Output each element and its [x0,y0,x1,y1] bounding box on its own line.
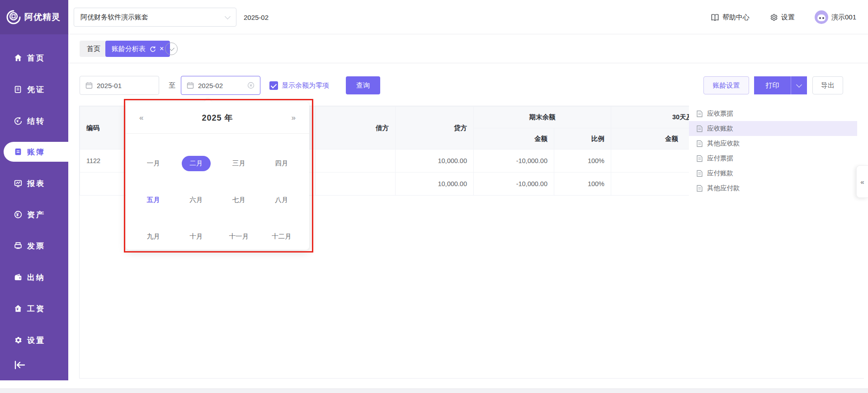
month-option[interactable]: 三月 [224,156,253,171]
cell-end-amount: -10,000.00 [474,173,554,196]
next-year-button[interactable]: » [292,113,296,122]
col-header-end-balance: 期末余额 [474,107,611,128]
date-from-input[interactable]: 2025-01 [80,76,159,95]
user-name: 演示001 [831,13,856,22]
month-option-selected[interactable]: 二月 [182,156,211,171]
filter-bar: 2025-01 至 2025-02 显示余额为零项 查询 账龄设置 打印 导出 [68,63,868,95]
list-item-other-receivables[interactable]: 其他应收款 [689,136,857,151]
print-button[interactable]: 打印 [754,76,791,94]
sidebar-item-label: 工资 [27,304,45,314]
sidebar-item-label: 首页 [27,53,45,63]
clear-icon[interactable] [247,82,255,89]
list-item-payable-notes[interactable]: 应付票据 [689,151,857,166]
tab-home[interactable]: 首页 [80,41,108,57]
month-option[interactable]: 六月 [182,192,211,208]
month-option[interactable]: 七月 [224,192,253,208]
sidebar-item-label: 出纳 [27,272,45,283]
sidebar-item-settings[interactable]: 设置 [0,330,68,350]
list-item-payable-accounts[interactable]: 应付账款 [689,166,857,181]
sidebar-item-voucher[interactable]: 凭证 [0,80,68,99]
aging-settings-button[interactable]: 账龄设置 [703,76,749,94]
chevron-down-icon [169,45,175,51]
date-to-input[interactable]: 2025-02 [181,76,260,95]
help-center-button[interactable]: 帮助中心 [711,13,750,22]
cell-aging-amount [611,173,689,196]
cell-credit: 10,000.00 [396,173,474,196]
print-dropdown-button[interactable] [791,76,807,94]
voucher-icon [14,85,23,94]
tab-aging-analysis[interactable]: 账龄分析表 × [105,41,170,57]
list-item-other-payables[interactable]: 其他应付款 [689,181,857,196]
sidebar-item-ledger[interactable]: 账簿 [4,142,68,162]
gear-icon [14,336,23,345]
cell-code [80,173,127,196]
tab-list-dropdown[interactable] [165,42,178,55]
sidebar-item-report[interactable]: 报表 [0,173,68,193]
sidebar-item-salary[interactable]: ¥ 工资 [0,299,68,318]
collapse-left-icon [14,360,26,370]
prev-year-button[interactable]: « [139,113,143,122]
cell-end-ratio: 100% [554,150,611,173]
cell-debit [316,150,396,173]
logo: 阿优精灵 [0,0,68,34]
header-settings-button[interactable]: 设置 [769,13,795,22]
col-header-end-ratio: 比例 [554,128,611,150]
list-item-label: 应付票据 [707,154,733,163]
asset-icon: ¥ [14,210,23,219]
show-zero-label[interactable]: 显示余额为零项 [282,76,329,95]
sidebar-item-home[interactable]: 首页 [0,48,68,68]
current-period: 2025-02 [244,0,269,34]
document-icon [696,140,703,147]
list-item-label: 其他应付款 [707,184,740,192]
sidebar-item-label: 报表 [27,178,45,189]
book-icon [711,13,719,22]
sidebar-item-cashier[interactable]: 出纳 [0,267,68,287]
month-option[interactable]: 四月 [267,156,296,171]
month-option-current[interactable]: 五月 [139,192,168,208]
query-button[interactable]: 查询 [346,76,380,94]
brand-name: 阿优精灵 [24,11,61,23]
query-button-label: 查询 [356,81,370,90]
month-option[interactable]: 十一月 [224,229,253,244]
export-label: 导出 [821,81,835,90]
tab-active-label: 账龄分析表 [112,45,146,53]
col-header-end-amount: 金额 [474,128,554,150]
subject-list-panel: 应收票据 应收账款 其他应收款 应付票据 应付账款 其他应付款 « [689,64,868,378]
tab-bar: 首页 账龄分析表 × [68,34,868,63]
month-option[interactable]: 八月 [267,192,296,208]
gear-icon [769,13,778,22]
cell-aging-amount [611,150,689,173]
sidebar-item-label: 凭证 [27,84,45,95]
user-avatar [815,10,828,24]
account-set-select[interactable]: 阿优财务软件演示账套 [74,8,236,27]
calendar-icon [187,82,194,89]
month-picker-popup: « 2025 年 » 一月 二月 三月 四月 五月 六月 七月 八月 九月 十月… [126,102,309,250]
user-menu[interactable]: 演示001 [815,10,856,24]
export-button[interactable]: 导出 [812,76,843,94]
month-option[interactable]: 九月 [139,229,168,244]
close-icon[interactable]: × [160,45,164,52]
bottom-scroll-strip [0,388,868,393]
cashier-icon [14,273,23,282]
sidebar-item-invoice[interactable]: 发票 [0,236,68,256]
sidebar: 首页 凭证 ¥ 结转 账簿 报表 ¥ 资产 发票 出纳 [0,34,68,380]
month-option[interactable]: 一月 [139,156,168,171]
cell-code: 1122 [80,150,127,173]
document-icon [696,170,703,177]
sidebar-item-label: 发票 [27,241,45,251]
col-header-debit: 借方 [316,107,396,150]
list-item-receivable-notes[interactable]: 应收票据 [689,106,857,121]
list-item-label: 应收票据 [707,109,733,118]
sidebar-item-carryover[interactable]: ¥ 结转 [0,111,68,131]
month-option[interactable]: 十月 [182,229,211,244]
refresh-icon[interactable] [149,46,156,52]
list-item-receivable-accounts[interactable]: 应收账款 [689,121,857,136]
sidebar-item-asset[interactable]: ¥ 资产 [0,205,68,225]
show-zero-checkbox[interactable] [269,81,278,90]
panel-collapse-handle[interactable]: « [856,165,868,198]
help-center-label: 帮助中心 [722,13,750,22]
document-icon [696,185,703,192]
month-option[interactable]: 十二月 [267,229,296,244]
sidebar-collapse-button[interactable] [14,360,27,371]
date-from-value: 2025-01 [97,82,122,89]
